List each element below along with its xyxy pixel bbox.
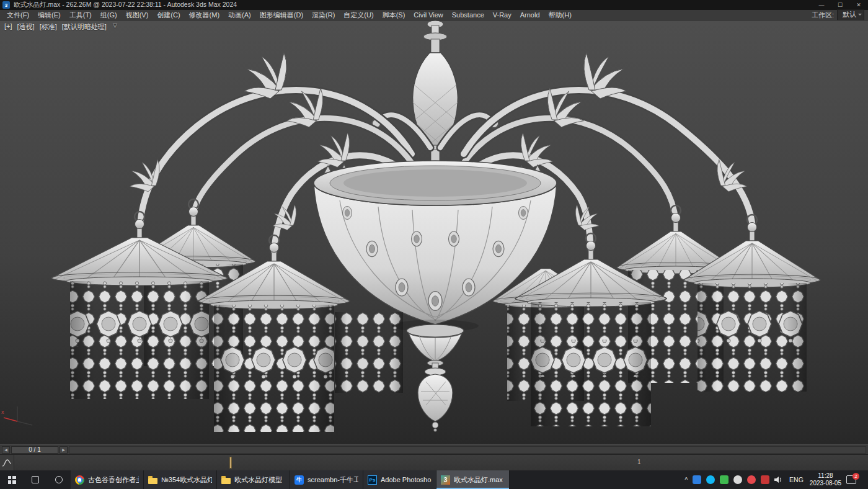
- menu-vray[interactable]: V-Ray: [489, 11, 516, 19]
- viewport[interactable]: [+] [透视] [标准] [默认明暗处理] ▽: [0, 20, 868, 444]
- minimize-button[interactable]: —: [812, 0, 831, 10]
- qianniu-icon: 牛: [294, 475, 304, 485]
- close-button[interactable]: ✕: [849, 0, 868, 10]
- workspace-label: 工作区:: [812, 11, 834, 20]
- menu-edit[interactable]: 编辑(E): [33, 11, 65, 20]
- taskbar-app-label: №354欧式水晶灯...: [161, 475, 212, 485]
- next-frame-button[interactable]: ▶: [60, 446, 68, 454]
- taskbar-app-label: Adobe Photosho...: [381, 476, 432, 483]
- windows-logo-icon: [8, 476, 16, 484]
- menu-rendering[interactable]: 渲染(R): [308, 11, 339, 20]
- world-axis-gizmo: x: [1, 406, 32, 425]
- taskbar-app-photoshop[interactable]: Ps Adobe Photosho...: [363, 470, 436, 489]
- taskbar-app-qianniu[interactable]: 牛 screambn-千牛工...: [290, 470, 363, 489]
- menu-file[interactable]: 文件(F): [2, 11, 33, 20]
- app-icon: 3: [2, 1, 10, 9]
- viewport-menu-shading[interactable]: [默认明暗处理]: [62, 22, 107, 32]
- task-view-icon: [32, 476, 39, 483]
- cortana-icon: [55, 476, 63, 483]
- menu-scripting[interactable]: 脚本(S): [378, 11, 410, 20]
- taskbar-app-folder-1[interactable]: №354欧式水晶灯...: [144, 470, 217, 489]
- system-tray: ^ ENG 11:28 2023-08-05 2: [681, 470, 868, 489]
- viewport-filter-icon[interactable]: ▽: [113, 22, 117, 32]
- menu-create[interactable]: 创建(C): [153, 11, 184, 20]
- workspace-selector[interactable]: 默认: [837, 9, 864, 20]
- chrome-icon: [75, 475, 84, 485]
- tray-app-icon-blue[interactable]: [693, 475, 701, 484]
- track-bar-key-marker[interactable]: [229, 457, 232, 469]
- menu-tools[interactable]: 工具(T): [65, 11, 96, 20]
- track-bar[interactable]: 1: [14, 455, 868, 470]
- viewport-menu-general[interactable]: [+]: [4, 22, 12, 32]
- menu-views[interactable]: 视图(V): [122, 11, 153, 20]
- taskbar-app-chrome[interactable]: 古色谷香创作者主...: [71, 470, 144, 489]
- notification-center-button[interactable]: 2: [846, 475, 856, 484]
- window-title: 欧式水晶灯.max - 262.26M @ 2023-07-22 22:38:1…: [14, 1, 237, 9]
- taskbar-app-label: 欧式水晶灯.max - ...: [454, 475, 505, 485]
- clock-date: 2023-08-05: [810, 480, 841, 487]
- volume-icon[interactable]: [774, 476, 783, 483]
- menu-animation[interactable]: 动画(A): [224, 11, 255, 20]
- folder-icon: [148, 478, 157, 484]
- menu-arnold[interactable]: Arnold: [516, 11, 544, 19]
- cortana-button[interactable]: [47, 470, 71, 489]
- menu-bar: 文件(F) 编辑(E) 工具(T) 组(G) 视图(V) 创建(C) 修改器(M…: [0, 10, 868, 20]
- time-slider-handle[interactable]: 0 / 1: [11, 446, 58, 454]
- curtain-left-hidden: [335, 312, 403, 393]
- taskbar-app-folder-2[interactable]: 欧式水晶灯模型: [217, 470, 290, 489]
- start-button[interactable]: [0, 470, 24, 489]
- mini-curve-editor-button[interactable]: [0, 455, 14, 470]
- tray-app-icon-lightblue[interactable]: [706, 475, 715, 484]
- time-slider-track[interactable]: [69, 446, 866, 454]
- chandelier-model-canvas[interactable]: x: [0, 20, 868, 444]
- svg-text:x: x: [1, 409, 4, 415]
- menu-group[interactable]: 组(G): [96, 11, 122, 20]
- menu-graph-editors[interactable]: 图形编辑器(D): [255, 11, 308, 20]
- notification-badge: 2: [852, 473, 859, 480]
- taskbar-app-label: 古色谷香创作者主...: [88, 475, 139, 485]
- menu-help[interactable]: 帮助(H): [544, 11, 576, 20]
- tray-app-icon-red[interactable]: [747, 475, 756, 484]
- menu-civil-view[interactable]: Civil View: [409, 11, 447, 19]
- 3dsmax-icon: 3: [441, 475, 450, 485]
- track-bar-end-frame: 1: [637, 459, 641, 465]
- lamp-far-right: [684, 215, 820, 392]
- menu-substance[interactable]: Substance: [448, 11, 489, 19]
- curve-icon: [2, 459, 12, 467]
- language-indicator[interactable]: ENG: [788, 476, 805, 483]
- taskbar-clock[interactable]: 11:28 2023-08-05: [810, 472, 841, 487]
- title-bar: 3 欧式水晶灯.max - 262.26M @ 2023-07-22 22:38…: [0, 0, 868, 10]
- viewport-menu-pov[interactable]: [透视]: [17, 22, 35, 32]
- viewport-menu-standard[interactable]: [标准]: [40, 22, 57, 32]
- task-view-button[interactable]: [24, 470, 47, 489]
- tray-expand-icon[interactable]: ^: [684, 477, 688, 483]
- windows-taskbar: 古色谷香创作者主... №354欧式水晶灯... 欧式水晶灯模型 牛 screa…: [0, 470, 868, 489]
- taskbar-app-3dsmax[interactable]: 3 欧式水晶灯.max - ...: [436, 470, 510, 489]
- taskbar-app-label: screambn-千牛工...: [308, 475, 358, 485]
- taskbar-app-label: 欧式水晶灯模型: [234, 475, 282, 485]
- menu-customize[interactable]: 自定义(U): [339, 11, 378, 20]
- folder-icon: [221, 478, 231, 484]
- tray-app-icon-gray[interactable]: [733, 475, 742, 484]
- photoshop-icon: Ps: [368, 475, 377, 485]
- tray-app-icon-darkred[interactable]: [761, 475, 769, 484]
- previous-frame-button[interactable]: ◀: [2, 446, 10, 454]
- tray-app-icon-green[interactable]: [720, 475, 728, 484]
- clock-time: 11:28: [810, 472, 841, 480]
- time-slider-row: ◀ 0 / 1 ▶: [0, 444, 868, 454]
- menu-modifiers[interactable]: 修改器(M): [185, 11, 224, 20]
- maximize-button[interactable]: ☐: [831, 0, 849, 10]
- track-bar-row: 1: [0, 454, 868, 470]
